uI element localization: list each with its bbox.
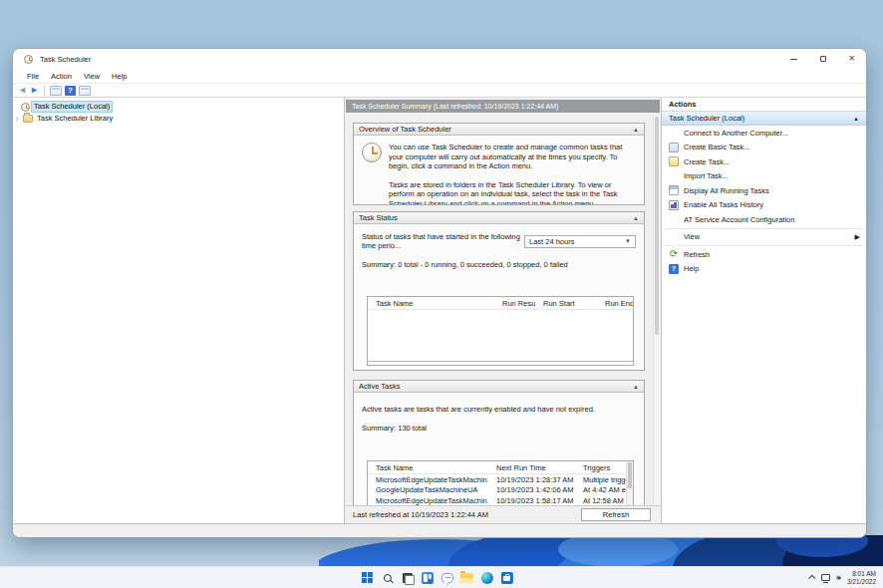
taskbar-app-icons <box>361 567 513 588</box>
toolbar-separator <box>44 86 45 96</box>
task-status-summary: Summary: 0 total - 0 running, 0 succeede… <box>362 260 636 269</box>
task-status-section: Task Status ▲ Status of tasks that have … <box>353 211 645 371</box>
back-arrow-icon[interactable]: ◄ <box>18 86 27 95</box>
show-console-tree-icon[interactable] <box>50 86 62 96</box>
separator <box>665 245 863 246</box>
column-next-run-time[interactable]: Next Run Time <box>488 463 575 472</box>
close-icon: ✕ <box>848 55 855 63</box>
bloom-graphic <box>319 535 883 566</box>
window-controls: ✕ <box>779 49 866 69</box>
expand-chevron-icon[interactable]: › <box>13 115 21 124</box>
tray-overflow-chevron-icon[interactable] <box>808 575 815 582</box>
task-scheduler-logo-icon <box>362 143 382 162</box>
column-run-result[interactable]: Run Result <box>494 299 535 308</box>
folder-icon <box>23 115 33 123</box>
action-view[interactable]: View ▶ <box>662 230 866 245</box>
action-refresh[interactable]: ⟳ Refresh <box>662 247 866 262</box>
overview-section: Overview of Task Scheduler ▲ You can use… <box>353 123 645 205</box>
task-view-button[interactable] <box>401 571 414 584</box>
chat-button[interactable] <box>441 571 453 584</box>
help-icon: ? <box>669 264 679 274</box>
tree-item-task-scheduler-library[interactable]: › Task Scheduler Library <box>13 113 344 125</box>
task-status-table[interactable]: Task Name Run Result Run Start Run End <box>367 296 634 366</box>
active-tasks-summary: Summary: 130 total <box>362 424 636 433</box>
microsoft-store-button[interactable] <box>500 571 513 584</box>
task-scheduler-clock-icon <box>21 103 30 112</box>
file-explorer-icon <box>460 573 473 583</box>
task-status-section-header[interactable]: Task Status ▲ <box>354 212 644 224</box>
vertical-scrollbar[interactable] <box>626 461 633 505</box>
action-create-basic-task[interactable]: Create Basic Task... <box>662 141 866 155</box>
action-display-all-running-tasks[interactable]: Display All Running Tasks <box>662 183 866 198</box>
table-row[interactable]: GoogleUpdateTaskMachineUA 10/19/2023 1:4… <box>368 485 633 496</box>
collapse-arrow-icon[interactable]: ▲ <box>853 116 859 122</box>
tree-item-label[interactable]: Task Scheduler (Local) <box>32 102 112 112</box>
collapse-arrow-icon[interactable]: ▲ <box>633 127 639 133</box>
tray-time: 8:01 AM <box>847 570 876 578</box>
collapse-arrow-icon[interactable]: ▲ <box>633 384 639 390</box>
action-label: Help <box>684 264 699 273</box>
cell-triggers: At 12:58 AM every... <box>575 496 633 505</box>
scrollbar-thumb[interactable] <box>655 117 659 335</box>
collapse-arrow-icon[interactable]: ▲ <box>633 215 639 221</box>
system-tray: 🕪 8:01 AM 3/21/2022 <box>810 567 876 588</box>
active-tasks-title: Active Tasks <box>359 382 401 391</box>
show-action-pane-icon[interactable] <box>79 86 91 96</box>
menu-view[interactable]: View <box>78 72 106 81</box>
toolbar-help-icon[interactable]: ? <box>65 86 76 96</box>
overview-section-header[interactable]: Overview of Task Scheduler ▲ <box>354 124 644 136</box>
device-status-icon[interactable] <box>821 574 830 581</box>
actions-group-header[interactable]: Task Scheduler (Local) ▲ <box>662 112 866 126</box>
forward-arrow-icon[interactable]: ► <box>30 86 39 95</box>
action-at-service-account-configuration[interactable]: AT Service Account Configuration <box>662 212 866 227</box>
chat-icon <box>441 573 452 583</box>
display-running-tasks-icon <box>669 185 679 195</box>
time-period-dropdown[interactable]: Last 24 hours ▼ <box>524 235 636 248</box>
menu-help[interactable]: Help <box>106 72 133 81</box>
refresh-icon: ⟳ <box>669 249 679 259</box>
maximize-button[interactable] <box>808 49 837 69</box>
tree-item-label[interactable]: Task Scheduler Library <box>35 114 115 124</box>
edge-browser-button[interactable] <box>480 571 493 584</box>
close-button[interactable]: ✕ <box>837 49 866 69</box>
action-label: Create Task... <box>684 157 730 166</box>
tray-date: 3/21/2022 <box>847 578 876 586</box>
minimize-button[interactable] <box>779 49 808 69</box>
menu-file[interactable]: File <box>21 72 45 81</box>
horizontal-scrollbar[interactable] <box>368 361 633 362</box>
summary-vertical-scrollbar[interactable] <box>653 115 660 504</box>
column-run-end[interactable]: Run End <box>597 299 633 308</box>
action-create-task[interactable]: Create Task... <box>662 154 866 169</box>
widgets-button[interactable] <box>421 571 434 584</box>
scrollbar-thumb[interactable] <box>628 462 632 488</box>
search-button[interactable] <box>381 571 394 584</box>
action-connect-to-another-computer[interactable]: Connect to Another Computer... <box>662 126 866 141</box>
active-tasks-description: Active tasks are tasks that are currentl… <box>362 405 636 414</box>
file-explorer-button[interactable] <box>460 571 473 584</box>
tree-item-task-scheduler-local[interactable]: Task Scheduler (Local) <box>13 101 344 113</box>
summary-pane: Task Scheduler Summary (Last refreshed: … <box>345 98 661 524</box>
clock-widget[interactable]: 8:01 AM 3/21/2022 <box>847 570 876 585</box>
action-label: Display All Running Tasks <box>684 186 769 195</box>
table-row[interactable]: MicrosoftEdgeUpdateTaskMachin... 10/19/2… <box>368 474 633 485</box>
actions-group-title: Task Scheduler (Local) <box>669 114 744 123</box>
maximize-icon <box>820 56 826 62</box>
speaker-icon[interactable]: 🕪 <box>836 574 841 582</box>
action-label: Import Task... <box>684 171 729 180</box>
titlebar[interactable]: Task Scheduler ✕ <box>13 49 866 69</box>
action-help[interactable]: ? Help <box>662 262 866 277</box>
refresh-button[interactable]: Refresh <box>581 508 651 521</box>
table-row[interactable]: MicrosoftEdgeUpdateTaskMachin... 10/19/2… <box>368 495 633 505</box>
action-import-task[interactable]: Import Task... <box>662 169 866 184</box>
column-task-name[interactable]: Task Name <box>368 299 494 308</box>
menu-action[interactable]: Action <box>45 72 78 81</box>
main-content: Task Scheduler (Local) › Task Scheduler … <box>13 98 866 524</box>
action-enable-all-tasks-history[interactable]: Enable All Tasks History <box>662 198 866 213</box>
active-tasks-section-header[interactable]: Active Tasks ▲ <box>354 381 644 393</box>
overview-body: You can use Task Scheduler to create and… <box>354 136 644 204</box>
column-run-start[interactable]: Run Start <box>535 299 597 308</box>
start-button[interactable] <box>361 571 374 584</box>
column-task-name[interactable]: Task Name <box>368 463 488 472</box>
column-triggers[interactable]: Triggers <box>575 463 633 472</box>
active-tasks-table[interactable]: Task Name Next Run Time Triggers Microso… <box>367 460 634 505</box>
